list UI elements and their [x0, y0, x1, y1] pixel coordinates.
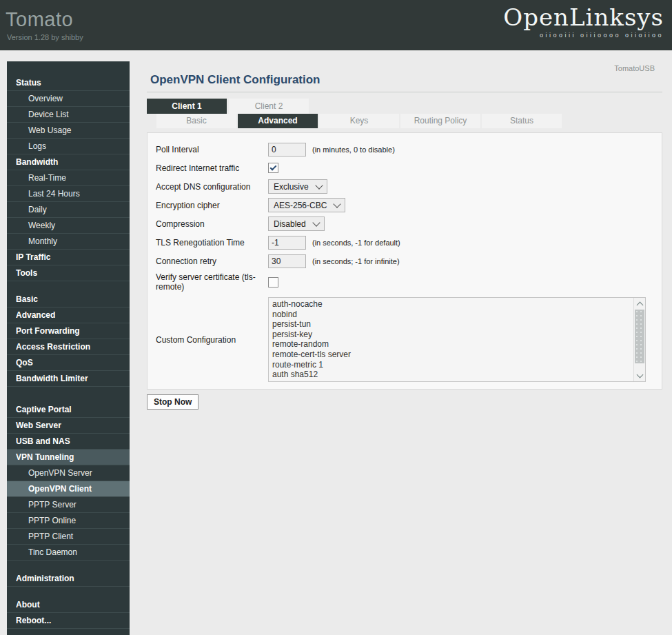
logo-text: OpenLinksys	[503, 3, 664, 31]
scroll-up-button[interactable]	[634, 298, 645, 309]
chevron-down-icon	[315, 181, 323, 189]
tab-routing-policy[interactable]: Routing Policy	[400, 114, 480, 128]
textarea-scrollbar[interactable]	[633, 298, 645, 381]
poll-interval-input[interactable]	[268, 143, 306, 157]
logo-binary-text: oiiooiii oiiioooo oiioiioo	[503, 32, 664, 39]
poll-interval-row: Poll Interval (in minutes, 0 to disable)	[156, 142, 653, 157]
chevron-up-icon	[636, 301, 643, 308]
accept-dns-value: Exclusive	[274, 182, 309, 192]
sidebar-item-pptp-server[interactable]: PPTP Server	[7, 497, 130, 513]
tomatousb-badge: TomatoUSB	[614, 64, 655, 72]
sidebar-spacer	[7, 281, 130, 292]
sidebar-item-monthly[interactable]: Monthly	[7, 234, 130, 250]
connection-retry-input[interactable]	[268, 254, 306, 268]
sidebar-item-daily[interactable]: Daily	[7, 202, 130, 218]
redirect-traffic-row: Redirect Internet traffic	[156, 161, 653, 175]
scroll-down-button[interactable]	[634, 370, 645, 381]
tls-renegotiation-row: TLS Renegotiation Time (in seconds, -1 f…	[156, 235, 653, 250]
sidebar-item-ip-traffic[interactable]: IP Traffic	[7, 250, 130, 265]
sidebar-item-web-server[interactable]: Web Server	[7, 418, 130, 434]
sidebar-item-port-forwarding[interactable]: Port Forwarding	[7, 323, 130, 339]
connection-retry-label: Connection retry	[156, 256, 268, 266]
stop-now-button[interactable]: Stop Now	[147, 394, 198, 410]
verify-cert-row: Verify server certificate (tls-remote)	[156, 272, 653, 292]
encryption-cipher-value: AES-256-CBC	[274, 201, 327, 210]
tls-renegotiation-input[interactable]	[268, 236, 306, 250]
sidebar-spacer	[7, 561, 130, 571]
sidebar-item-captive-portal[interactable]: Captive Portal	[7, 402, 130, 418]
scrollbar-thumb[interactable]	[635, 310, 644, 363]
firmware-version: Version 1.28 by shibby	[7, 33, 83, 41]
compression-select[interactable]: Disabled	[268, 216, 325, 231]
page-title: OpenVPN Client Configuration	[150, 73, 320, 87]
app-header: Tomato Version 1.28 by shibby OpenLinksy…	[0, 0, 672, 50]
sidebar-item-usb-and-nas[interactable]: USB and NAS	[7, 434, 130, 450]
custom-config-box: auth-nocache nobind persist-tun persist-…	[268, 297, 646, 382]
title-divider	[147, 92, 662, 92]
chevron-down-icon	[636, 371, 643, 378]
advanced-settings-panel: Poll Interval (in minutes, 0 to disable)…	[147, 132, 662, 390]
sidebar-item-pptp-client[interactable]: PPTP Client	[7, 529, 130, 545]
sidebar-item-tools[interactable]: Tools	[7, 265, 130, 281]
sidebar-item-vpn-tunneling[interactable]: VPN Tunneling	[7, 450, 130, 465]
poll-interval-label: Poll Interval	[156, 145, 268, 154]
sidebar-item-web-usage[interactable]: Web Usage	[7, 123, 130, 139]
sidebar-item-tinc-daemon[interactable]: Tinc Daemon	[7, 545, 130, 561]
accept-dns-label: Accept DNS configuration	[156, 182, 268, 192]
sidebar-item-overview[interactable]: Overview	[7, 91, 130, 107]
connection-retry-row: Connection retry (in seconds; -1 for inf…	[156, 254, 653, 268]
sidebar-item-reboot[interactable]: Reboot...	[7, 613, 130, 629]
chevron-down-icon	[334, 200, 341, 208]
encryption-cipher-row: Encryption cipher AES-256-CBC	[156, 198, 653, 212]
sidebar-spacer	[7, 387, 130, 402]
tls-renegotiation-label: TLS Renegotiation Time	[156, 238, 268, 248]
brand-title: Tomato	[6, 8, 73, 31]
sidebar-item-basic[interactable]: Basic	[7, 292, 130, 308]
sidebar-item-device-list[interactable]: Device List	[7, 107, 130, 123]
sidebar-item-bandwidth-limiter[interactable]: Bandwidth Limiter	[7, 371, 130, 387]
chevron-down-icon	[312, 219, 320, 226]
sidebar-item-openvpn-server[interactable]: OpenVPN Server	[7, 465, 130, 481]
encryption-cipher-select[interactable]: AES-256-CBC	[268, 198, 345, 212]
accept-dns-row: Accept DNS configuration Exclusive	[156, 179, 653, 194]
tab-keys[interactable]: Keys	[319, 114, 399, 128]
custom-config-label: Custom Configuration	[156, 335, 268, 345]
sidebar-item-qos[interactable]: QoS	[7, 355, 130, 371]
encryption-cipher-label: Encryption cipher	[156, 201, 268, 210]
poll-interval-note: (in minutes, 0 to disable)	[312, 145, 395, 154]
sidebar-item-real-time[interactable]: Real-Time	[7, 170, 130, 186]
client-tab-bar: Client 1 Client 2	[147, 99, 309, 114]
verify-cert-checkbox[interactable]	[268, 277, 278, 288]
sidebar-item-advanced[interactable]: Advanced	[7, 308, 130, 323]
section-tab-bar: Basic Advanced Keys Routing Policy Statu…	[156, 114, 562, 128]
sidebar-item-last-24-hours[interactable]: Last 24 Hours	[7, 186, 130, 202]
compression-row: Compression Disabled	[156, 216, 653, 231]
sidebar-spacer	[7, 587, 130, 597]
connection-retry-note: (in seconds; -1 for infinite)	[312, 257, 400, 265]
openlinksys-logo: OpenLinksys oiiooiii oiiioooo oiioiioo	[503, 3, 664, 39]
compression-value: Disabled	[274, 219, 306, 229]
accept-dns-select[interactable]: Exclusive	[268, 179, 327, 194]
sidebar-item-about[interactable]: About	[7, 597, 130, 613]
redirect-traffic-checkbox[interactable]	[268, 163, 278, 173]
tab-advanced[interactable]: Advanced	[238, 114, 318, 128]
custom-config-row: Custom Configuration auth-nocache nobind…	[156, 297, 653, 382]
sidebar-item-administration[interactable]: Administration	[7, 571, 130, 587]
sidebar-item-logs[interactable]: Logs	[7, 139, 130, 154]
tab-status[interactable]: Status	[482, 114, 562, 128]
tab-client-1[interactable]: Client 1	[147, 99, 227, 114]
compression-label: Compression	[156, 219, 268, 229]
tls-renegotiation-note: (in seconds, -1 for default)	[312, 239, 400, 247]
custom-config-textarea[interactable]: auth-nocache nobind persist-tun persist-…	[269, 298, 633, 381]
verify-cert-label: Verify server certificate (tls-remote)	[156, 272, 268, 292]
sidebar-item-weekly[interactable]: Weekly	[7, 218, 130, 234]
tab-basic[interactable]: Basic	[156, 114, 236, 128]
redirect-traffic-label: Redirect Internet traffic	[156, 163, 268, 173]
sidebar-item-access-restriction[interactable]: Access Restriction	[7, 339, 130, 355]
sidebar-item-bandwidth[interactable]: Bandwidth	[7, 154, 130, 170]
sidebar-item-status[interactable]: Status	[7, 75, 130, 91]
tab-client-2[interactable]: Client 2	[229, 99, 309, 114]
sidebar-item-openvpn-client[interactable]: OpenVPN Client	[7, 481, 130, 497]
sidebar-nav: Status Overview Device List Web Usage Lo…	[7, 61, 130, 635]
sidebar-item-pptp-online[interactable]: PPTP Online	[7, 513, 130, 529]
